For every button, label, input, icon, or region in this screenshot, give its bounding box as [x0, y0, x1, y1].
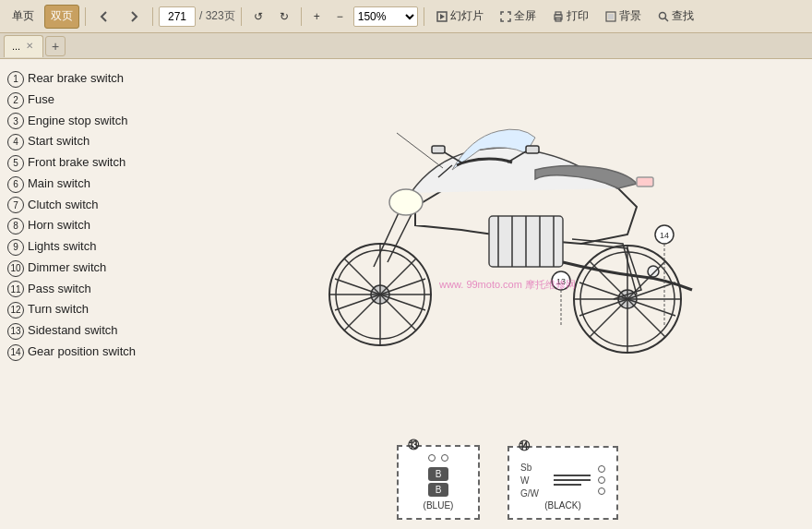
main-content: 1Rear brake switch2Fuse3Engine stop swit… — [0, 59, 812, 529]
forward-btn[interactable] — [121, 5, 147, 29]
connector-14-label: ⑭ — [519, 439, 530, 454]
svg-rect-6 — [608, 14, 614, 19]
item-number: 10 — [7, 260, 24, 277]
redo-btn[interactable]: ↻ — [273, 5, 295, 29]
connector-14: ⑭ Sb W G/W — [508, 446, 618, 520]
item-label: Horn switch — [28, 215, 90, 236]
svg-rect-25 — [432, 146, 445, 153]
list-item: 1Rear brake switch — [7, 68, 196, 90]
print-btn[interactable]: 打印 — [546, 5, 595, 29]
item-label: Turn switch — [28, 299, 89, 320]
svg-text:13: 13 — [556, 277, 566, 286]
item-number: 3 — [7, 113, 24, 129]
zoom-select[interactable]: 150% 100% 75% 200% — [353, 6, 418, 27]
background-icon — [605, 11, 616, 22]
tabbar: ... ✕ + — [0, 33, 812, 59]
svg-point-23 — [389, 189, 423, 215]
slideshow-icon — [436, 11, 448, 22]
motorcycle-diagram: 13 14 — [231, 59, 766, 355]
undo-btn[interactable]: ↺ — [247, 5, 269, 29]
item-number: 11 — [7, 281, 24, 297]
list-item: 12Turn switch — [7, 299, 196, 320]
svg-marker-1 — [440, 14, 445, 19]
separator3 — [241, 7, 242, 26]
svg-point-29 — [648, 266, 659, 277]
slideshow-btn[interactable]: 幻灯片 — [430, 5, 490, 29]
item-number: 6 — [7, 176, 24, 193]
list-item: 14Gear position switch — [7, 342, 196, 363]
item-label: Start switch — [28, 131, 90, 152]
connector-dot — [441, 454, 448, 462]
item-label: Pass switch — [28, 279, 91, 300]
connector-13-pill-b1: B — [428, 467, 449, 481]
list-item: 6Main switch — [7, 174, 196, 195]
item-label: Front brake switch — [28, 152, 125, 174]
item-label: Fuse — [28, 90, 54, 111]
page-input[interactable] — [159, 6, 196, 27]
connector-area: ⑬ B B (BLUE) ⑭ Sb W — [397, 445, 618, 520]
separator1 — [85, 7, 86, 26]
connector-line — [554, 475, 591, 476]
item-number: 13 — [7, 323, 24, 340]
tab1-label: ... — [12, 41, 20, 52]
separator2 — [152, 7, 153, 26]
search-icon — [658, 11, 669, 22]
connector-dot — [428, 454, 436, 462]
connector-13: ⑬ B B (BLUE) — [397, 445, 480, 520]
item-label: Dimmer switch — [28, 258, 106, 279]
fullscreen-btn[interactable]: 全屏 — [494, 5, 543, 29]
connector-dot — [598, 476, 605, 484]
back-btn[interactable] — [91, 5, 117, 29]
toolbar: 单页 双页 / 323页 ↺ ↻ + − 150% 100% 75% 200% … — [0, 0, 812, 33]
list-item: 5Front brake switch — [7, 152, 196, 174]
connector-13-pill-b2: B — [428, 483, 449, 497]
list-item: 4Start switch — [7, 131, 196, 152]
connector-14-w: W — [520, 475, 529, 486]
back-icon — [98, 10, 111, 23]
list-item: 11Pass switch — [7, 279, 196, 300]
double-page-btn[interactable]: 双页 — [44, 5, 79, 29]
tab1[interactable]: ... ✕ — [4, 35, 43, 57]
separator5 — [424, 7, 424, 26]
connector-14-sb: Sb — [520, 463, 531, 473]
connector-14-lines — [554, 475, 591, 486]
list-item: 7Clutch switch — [7, 195, 196, 216]
connector-14-labels: Sb W G/W — [520, 463, 539, 499]
tab1-close[interactable]: ✕ — [26, 42, 33, 51]
background-btn[interactable]: 背景 — [599, 5, 648, 29]
item-number: 7 — [7, 197, 24, 213]
item-number: 4 — [7, 134, 24, 150]
connector-13-dots — [428, 454, 448, 462]
item-number: 12 — [7, 302, 24, 319]
item-number: 14 — [7, 344, 24, 361]
add-tab-btn[interactable]: + — [45, 36, 66, 56]
connector-13-label: ⑬ — [408, 438, 419, 453]
single-page-btn[interactable]: 单页 — [6, 5, 41, 29]
list-item: 3Engine stop switch — [7, 111, 196, 132]
item-label: Gear position switch — [28, 342, 136, 363]
item-number: 9 — [7, 239, 24, 256]
item-label: Sidestand switch — [28, 320, 118, 342]
list-item: 10Dimmer switch — [7, 258, 196, 279]
search-btn[interactable]: 查找 — [651, 5, 700, 29]
zoom-out-btn[interactable]: − — [330, 5, 350, 29]
connector-dot — [598, 487, 605, 495]
forward-icon — [127, 10, 140, 23]
print-icon — [553, 11, 564, 22]
item-number: 8 — [7, 218, 24, 234]
separator4 — [301, 7, 302, 26]
list-item: 9Lights switch — [7, 236, 196, 258]
zoom-in-btn[interactable]: + — [307, 5, 327, 29]
list-item: 13Sidestand switch — [7, 320, 196, 342]
item-label: Main switch — [28, 174, 90, 195]
item-list-panel: 1Rear brake switch2Fuse3Engine stop swit… — [0, 59, 203, 529]
connector-13-color: (BLUE) — [424, 500, 454, 511]
connector-line — [554, 479, 591, 481]
connector-dot — [598, 465, 605, 473]
item-list: 1Rear brake switch2Fuse3Engine stop swit… — [7, 68, 196, 363]
svg-text:14: 14 — [660, 231, 669, 240]
svg-rect-28 — [637, 177, 653, 186]
item-number: 2 — [7, 92, 24, 109]
list-item: 8Horn switch — [7, 215, 196, 236]
svg-rect-3 — [555, 12, 561, 15]
